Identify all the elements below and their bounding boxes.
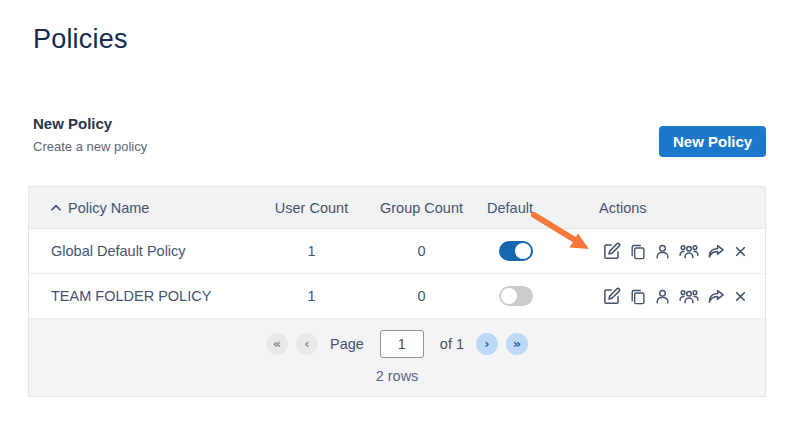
- users-icon[interactable]: [679, 242, 699, 260]
- column-header-default: Default: [479, 200, 589, 216]
- page-label: Page: [330, 336, 364, 352]
- column-header-actions: Actions: [589, 200, 765, 216]
- share-icon[interactable]: [707, 243, 726, 260]
- table-footer: « ‹ Page of 1 › » 2 rows: [29, 319, 765, 396]
- new-policy-button[interactable]: New Policy: [659, 126, 766, 157]
- default-toggle[interactable]: [499, 241, 533, 261]
- page-number-input[interactable]: [380, 330, 424, 358]
- first-page-button[interactable]: «: [266, 333, 288, 355]
- close-icon[interactable]: [734, 245, 747, 258]
- prev-page-button[interactable]: ‹: [296, 333, 318, 355]
- copy-icon[interactable]: [629, 288, 646, 305]
- copy-icon[interactable]: [629, 243, 646, 260]
- toggle-knob: [501, 288, 517, 304]
- rows-summary: 2 rows: [29, 368, 765, 384]
- edit-icon[interactable]: [603, 242, 621, 260]
- table-header-row: Policy Name User Count Group Count Defau…: [29, 187, 765, 229]
- user-icon[interactable]: [654, 243, 671, 260]
- user-count-cell: 1: [259, 243, 364, 259]
- new-policy-subheading: Create a new policy: [33, 139, 147, 154]
- users-icon[interactable]: [679, 287, 699, 305]
- policy-name-cell: TEAM FOLDER POLICY: [29, 288, 259, 304]
- table-row: TEAM FOLDER POLICY 1 0: [29, 274, 765, 319]
- edit-icon[interactable]: [603, 287, 621, 305]
- column-header-user-count: User Count: [259, 200, 364, 216]
- share-icon[interactable]: [707, 288, 726, 305]
- policy-name-cell: Global Default Policy: [29, 243, 259, 259]
- page-title: Policies: [33, 24, 128, 55]
- toggle-knob: [515, 243, 531, 259]
- default-toggle[interactable]: [499, 286, 533, 306]
- next-page-button[interactable]: ›: [476, 333, 498, 355]
- user-icon[interactable]: [654, 288, 671, 305]
- pagination: « ‹ Page of 1 › »: [29, 330, 765, 358]
- policies-table: Policy Name User Count Group Count Defau…: [28, 186, 766, 397]
- table-row: Global Default Policy 1 0: [29, 229, 765, 274]
- actions-cell: [589, 242, 765, 260]
- new-policy-heading: New Policy: [33, 115, 112, 132]
- column-header-group-count: Group Count: [364, 200, 479, 216]
- policies-page: Policies New Policy Create a new policy …: [0, 0, 798, 432]
- chevron-up-icon: [49, 201, 63, 215]
- default-cell: [479, 286, 589, 306]
- of-total-label: of 1: [440, 336, 464, 352]
- close-icon[interactable]: [734, 290, 747, 303]
- column-header-policy-name[interactable]: Policy Name: [29, 200, 259, 216]
- group-count-cell: 0: [364, 288, 479, 304]
- actions-cell: [589, 287, 765, 305]
- default-cell: [479, 241, 589, 261]
- last-page-button[interactable]: »: [506, 333, 528, 355]
- column-header-label: Policy Name: [68, 200, 149, 216]
- group-count-cell: 0: [364, 243, 479, 259]
- user-count-cell: 1: [259, 288, 364, 304]
